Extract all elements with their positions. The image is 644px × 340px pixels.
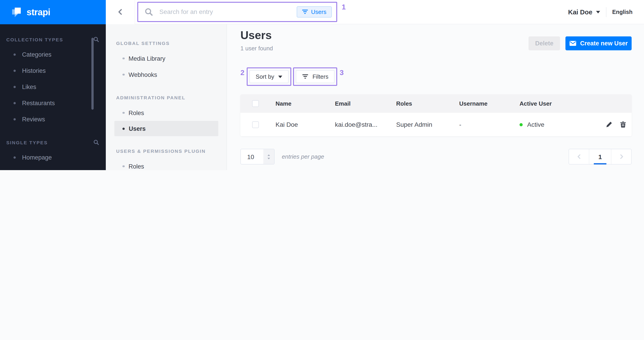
settings-item-admin-roles[interactable]: Roles <box>106 105 226 121</box>
search-zone: Users 1 <box>135 0 568 24</box>
row-checkbox[interactable] <box>252 121 259 128</box>
delete-button[interactable]: Delete <box>528 36 560 50</box>
bullet-icon <box>122 57 124 60</box>
section-administration-panel: ADMINISTRATION PANEL <box>106 95 226 100</box>
table-header-row: Name Email Roles Username Active User <box>240 94 632 113</box>
bullet-icon <box>122 166 124 168</box>
sidebar-item-histories[interactable]: Histories <box>0 62 106 79</box>
bullet-icon <box>14 69 16 72</box>
search-filter-tag[interactable]: Users <box>297 6 332 17</box>
sidebar-item-homepage[interactable]: Homepage <box>0 149 106 166</box>
annotation-number-3: 3 <box>340 69 344 77</box>
search-icon[interactable] <box>93 36 99 42</box>
chevron-right-icon <box>618 154 624 160</box>
envelope-icon <box>569 41 576 46</box>
chevron-left-icon <box>117 8 124 15</box>
bullet-icon <box>122 74 124 76</box>
sidebar-item-likes[interactable]: Likes <box>0 79 106 95</box>
strapi-admin-app: strapi COLLECTION TYPES Categories Histo… <box>0 0 644 170</box>
active-status-dot <box>520 123 523 126</box>
back-button[interactable] <box>106 0 135 24</box>
stepper-arrows-icon[interactable] <box>263 149 274 164</box>
col-name: Name <box>276 100 335 107</box>
bullet-icon <box>14 102 16 104</box>
col-active-user: Active User <box>520 100 606 107</box>
bullet-icon <box>122 112 124 114</box>
pagination: 1 <box>568 149 632 165</box>
delete-trash-icon[interactable] <box>620 121 626 128</box>
cell-status: Active <box>520 121 606 128</box>
entries-per-page-label: entries per page <box>282 153 324 160</box>
header-actions: Delete Create new User <box>528 36 632 50</box>
entries-per-page-select[interactable]: 10 <box>240 149 274 165</box>
section-users-permissions-plugin: USERS & PERMISSIONS PLUGIN <box>106 148 226 154</box>
row-actions <box>606 121 626 128</box>
caret-down-icon <box>596 10 600 13</box>
users-table: Name Email Roles Username Active User Ka… <box>240 94 632 136</box>
filters-button[interactable]: Filters <box>296 70 335 83</box>
user-dropdown[interactable]: Kai Doe <box>568 8 600 15</box>
table-toolbar: 2 Sort by Filters 3 <box>240 67 344 86</box>
col-username: Username <box>459 100 520 107</box>
chevron-left-icon <box>576 154 582 160</box>
table-footer: 10 entries per page 1 <box>240 149 632 165</box>
settings-item-up-roles[interactable]: Roles <box>106 158 226 170</box>
sidebar-item-reviews[interactable]: Reviews <box>0 111 106 127</box>
settings-sidebar: GLOBAL SETTINGS Media Library Webhooks A… <box>106 24 227 170</box>
annotation-box-filters: Filters <box>293 67 338 86</box>
bullet-icon <box>14 53 16 55</box>
bullet-icon <box>122 127 125 130</box>
next-page-button[interactable] <box>611 149 631 164</box>
user-menu: Kai Doe English <box>568 7 632 17</box>
edit-pencil-icon[interactable] <box>606 121 612 128</box>
sort-by-button[interactable]: Sort by <box>250 70 288 83</box>
search-icon <box>144 7 153 16</box>
cell-email: kai.doe@stra... <box>335 121 396 128</box>
annotation-box-search: Users <box>137 1 337 22</box>
entries-value: 10 <box>241 149 263 164</box>
bullet-icon <box>14 86 16 88</box>
col-email: Email <box>335 100 396 107</box>
sidebar-item-restaurants[interactable]: Restaurants <box>0 95 106 111</box>
page-subtitle: 1 user found <box>240 45 273 52</box>
strapi-logo-icon <box>12 7 22 17</box>
current-page-underline <box>594 163 606 165</box>
strapi-logo[interactable]: strapi <box>0 0 106 24</box>
filter-funnel-icon <box>302 9 308 14</box>
settings-item-webhooks[interactable]: Webhooks <box>106 66 226 83</box>
bullet-icon <box>14 118 16 120</box>
prev-page-button[interactable] <box>569 149 589 164</box>
sidebar-scrollbar[interactable] <box>92 38 94 110</box>
page-title: Users <box>240 29 272 42</box>
col-roles: Roles <box>396 100 459 107</box>
caret-down-icon <box>278 75 282 78</box>
cell-username: - <box>459 121 520 128</box>
settings-item-admin-users[interactable]: Users <box>114 121 218 136</box>
bullet-icon <box>14 156 16 159</box>
main-content: Users 1 user found Delete Create new Use… <box>227 24 644 170</box>
search-input[interactable] <box>158 8 291 16</box>
main-sidebar: strapi COLLECTION TYPES Categories Histo… <box>0 0 106 170</box>
search-icon[interactable] <box>93 139 99 145</box>
select-all-checkbox[interactable] <box>252 100 259 107</box>
table-row[interactable]: Kai Doe kai.doe@stra... Super Admin - Ac… <box>240 113 632 136</box>
section-collection-types: COLLECTION TYPES <box>6 36 99 42</box>
annotation-number-1: 1 <box>342 3 346 11</box>
section-global-settings: GLOBAL SETTINGS <box>106 24 226 46</box>
cell-roles: Super Admin <box>396 121 459 128</box>
topbar: Users 1 Kai Doe English <box>106 0 644 24</box>
annotation-box-sort: Sort by <box>247 67 291 86</box>
brand-name: strapi <box>26 7 50 17</box>
language-selector[interactable]: English <box>612 9 632 15</box>
sidebar-item-categories[interactable]: Categories <box>0 46 106 62</box>
cell-name: Kai Doe <box>276 121 335 128</box>
section-single-types: SINGLE TYPES <box>6 139 99 145</box>
divider <box>606 7 606 17</box>
filter-funnel-icon <box>302 74 308 79</box>
current-page[interactable]: 1 <box>589 149 611 164</box>
settings-item-media-library[interactable]: Media Library <box>106 50 226 66</box>
annotation-number-2: 2 <box>240 69 244 77</box>
create-new-user-button[interactable]: Create new User <box>566 36 632 50</box>
